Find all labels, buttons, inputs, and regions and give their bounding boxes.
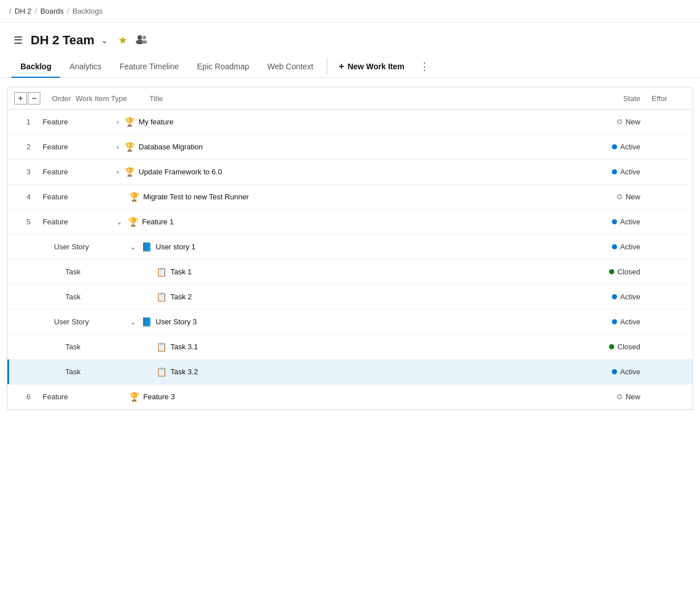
cell-title[interactable]: 📋 Task 1 xyxy=(116,267,572,277)
cell-state: New xyxy=(572,193,652,201)
collapse-all-button[interactable]: − xyxy=(28,92,40,105)
expand-all-button[interactable]: + xyxy=(14,92,27,105)
expand-down-icon[interactable]: ⌄ xyxy=(130,318,136,326)
tab-backlog[interactable]: Backlog xyxy=(11,56,60,78)
table-row[interactable]: User Story ⌄ 📘 User Story 3 Active xyxy=(7,310,693,335)
feature-icon: 🏆 xyxy=(129,192,140,202)
cell-state: Closed xyxy=(572,342,652,351)
state-label: New xyxy=(626,118,640,126)
breadcrumb: / DH 2 / Boards / Backlogs xyxy=(0,0,700,23)
cell-title[interactable]: 🏆 Feature 3 xyxy=(116,392,572,402)
cell-type: Feature xyxy=(43,218,116,226)
expand-right-icon[interactable]: › xyxy=(116,143,119,151)
cell-title[interactable]: ⌄ 📘 User story 1 xyxy=(116,242,572,252)
more-options-icon[interactable]: ⋮ xyxy=(414,56,435,77)
table-row[interactable]: Task 📋 Task 1 Closed xyxy=(7,260,693,285)
cell-type: Feature xyxy=(43,193,116,201)
expand-buttons: + − xyxy=(14,92,40,105)
table-row[interactable]: Task 📋 Task 3.1 Closed xyxy=(7,335,693,360)
cell-state: Closed xyxy=(572,268,652,276)
tab-epic-roadmap[interactable]: Epic Roadmap xyxy=(188,56,259,78)
team-title: DH 2 Team xyxy=(31,33,94,48)
state-dot xyxy=(612,294,617,299)
cell-type: Feature xyxy=(43,118,116,126)
col-header-state: State xyxy=(572,94,652,103)
table-header: + − Order Work Item Type Title State Eff… xyxy=(7,87,693,110)
cell-state: Active xyxy=(572,218,652,226)
col-header-title: Title xyxy=(149,94,572,103)
task-icon: 📋 xyxy=(156,342,167,352)
cell-title[interactable]: › 🏆 My feature xyxy=(116,117,572,127)
expand-right-icon[interactable]: › xyxy=(116,168,119,176)
task-icon: 📋 xyxy=(156,292,167,302)
cell-title[interactable]: › 🏆 Update Framework to 6.0 xyxy=(116,167,572,177)
cell-state: Active xyxy=(572,243,652,251)
state-label: Active xyxy=(620,293,640,301)
cell-state: Active xyxy=(572,143,652,151)
breadcrumb-separator: / xyxy=(9,7,11,15)
cell-title[interactable]: 📋 Task 3.1 xyxy=(116,342,572,352)
breadcrumb-dh2[interactable]: DH 2 xyxy=(15,7,32,15)
tab-analytics[interactable]: Analytics xyxy=(60,56,110,78)
state-label: Active xyxy=(620,168,640,176)
cell-title[interactable]: › 🏆 Database Migration xyxy=(116,142,572,152)
state-dot xyxy=(617,394,622,399)
plus-icon: + xyxy=(339,61,344,72)
cell-title[interactable]: ⌄ 🏆 Feature 1 xyxy=(116,217,572,227)
cell-type: Task xyxy=(43,342,116,351)
team-dropdown-icon[interactable]: ⌄ xyxy=(101,36,108,45)
col-header-type: Work Item Type xyxy=(76,94,149,103)
expand-right-icon[interactable]: › xyxy=(116,118,119,126)
item-title-text: Task 3.2 xyxy=(170,367,198,376)
cell-order: 5 xyxy=(14,218,43,226)
tab-feature-timeline[interactable]: Feature Timeline xyxy=(111,56,188,78)
cell-state: Active xyxy=(572,168,652,176)
item-title-text: Update Framework to 6.0 xyxy=(139,168,222,176)
state-dot xyxy=(617,119,622,124)
state-label: Active xyxy=(620,367,640,376)
cell-order: 6 xyxy=(14,392,43,401)
new-work-item-button[interactable]: + New Work Item xyxy=(332,57,411,76)
cell-title[interactable]: 📋 Task 2 xyxy=(116,292,572,302)
breadcrumb-boards[interactable]: Boards xyxy=(40,7,64,15)
item-title-text: Feature 1 xyxy=(142,218,174,226)
cell-title[interactable]: 📋 Task 3.2 xyxy=(116,367,572,377)
favorite-star-icon[interactable]: ★ xyxy=(118,34,127,47)
item-title-text: User story 1 xyxy=(156,243,195,251)
table-row[interactable]: 3 Feature › 🏆 Update Framework to 6.0 Ac… xyxy=(7,160,693,185)
cell-type: Task xyxy=(43,293,116,301)
feature-icon: 🏆 xyxy=(124,167,135,177)
state-dot xyxy=(612,169,617,174)
feature-icon: 🏆 xyxy=(129,392,140,402)
expand-down-icon[interactable]: ⌄ xyxy=(130,243,136,251)
table-row[interactable]: 4 Feature 🏆 Migrate Test to new Test Run… xyxy=(7,185,693,210)
cell-type: Feature xyxy=(43,143,116,151)
state-label: Closed xyxy=(618,342,640,351)
expand-down-icon[interactable]: ⌄ xyxy=(116,218,122,226)
state-label: Active xyxy=(620,143,640,151)
new-work-item-label: New Work Item xyxy=(348,62,405,71)
task-icon: 📋 xyxy=(156,367,167,377)
feature-icon: 🏆 xyxy=(128,217,139,227)
svg-point-0 xyxy=(138,35,142,40)
hamburger-icon[interactable]: ☰ xyxy=(11,32,25,49)
table-row[interactable]: Task 📋 Task 3.2 Active xyxy=(7,360,693,385)
table-body: 1 Feature › 🏆 My feature New 2 Feature ›… xyxy=(7,110,693,410)
table-row[interactable]: Task 📋 Task 2 Active xyxy=(7,285,693,310)
state-dot xyxy=(612,144,617,149)
table-row[interactable]: 2 Feature › 🏆 Database Migration Active xyxy=(7,135,693,160)
tab-web-context[interactable]: Web Context xyxy=(259,56,323,78)
breadcrumb-current: Backlogs xyxy=(73,7,103,15)
cell-title[interactable]: 🏆 Migrate Test to new Test Runner xyxy=(116,192,572,202)
team-members-icon[interactable] xyxy=(135,34,148,47)
cell-state: New xyxy=(572,118,652,126)
item-title-text: User Story 3 xyxy=(156,317,197,326)
table-row[interactable]: 1 Feature › 🏆 My feature New xyxy=(7,110,693,135)
table-row[interactable]: User Story ⌄ 📘 User story 1 Active xyxy=(7,235,693,260)
cell-type: Feature xyxy=(43,392,116,401)
table-row[interactable]: 6 Feature 🏆 Feature 3 New xyxy=(7,385,693,410)
tab-divider xyxy=(327,59,327,74)
table-row[interactable]: 5 Feature ⌄ 🏆 Feature 1 Active xyxy=(7,210,693,235)
state-dot xyxy=(612,244,617,249)
cell-title[interactable]: ⌄ 📘 User Story 3 xyxy=(116,317,572,327)
